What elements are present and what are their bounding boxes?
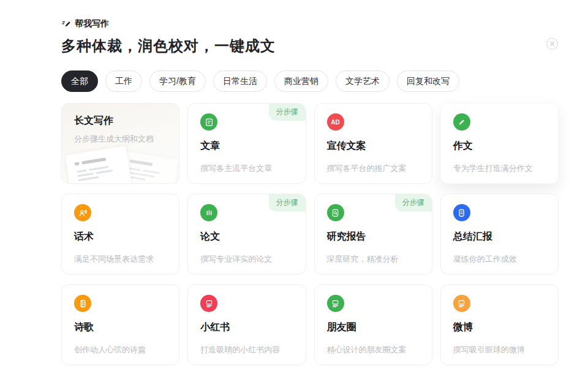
card-title: 诗歌 — [74, 321, 167, 334]
step-badge: 分步骤 — [395, 194, 432, 211]
card-subtitle: 撰写吸引眼球的微博 — [453, 344, 525, 355]
card-poetry[interactable]: 诗歌 创作动人心弦的诗篇 — [61, 284, 179, 365]
card-promo-copy[interactable]: AD 宣传文案 撰写各平台的推广文案 — [314, 103, 432, 184]
document-stack-illustration — [62, 144, 179, 183]
card-title: 小红书 — [200, 321, 293, 334]
tab-literature-art[interactable]: 文学艺术 — [336, 70, 390, 92]
pencil-icon — [453, 113, 470, 131]
card-weibo[interactable]: 微博 撰写吸引眼球的微博 — [440, 284, 559, 365]
image-text-icon — [453, 295, 470, 312]
card-title: 宣传文案 — [327, 140, 420, 153]
card-title: 朋友圈 — [327, 321, 420, 334]
card-subtitle: 精心设计的朋友圈文案 — [327, 344, 407, 355]
writing-type-grid: 长文写作 分步骤生成大纲和文档 — [61, 103, 559, 365]
tab-daily-life[interactable]: 日常生活 — [213, 70, 267, 92]
books-icon — [200, 204, 217, 221]
card-title: 作文 — [453, 140, 546, 153]
card-subtitle: 撰写各主流平台文章 — [200, 163, 272, 174]
close-button[interactable] — [546, 37, 559, 50]
card-summary-report[interactable]: 总结汇报 凝练你的工作成效 — [440, 194, 559, 275]
step-badge: 分步骤 — [269, 104, 306, 121]
card-subtitle: 打造吸睛的小红书内容 — [200, 344, 280, 355]
card-subtitle: 专为学生打造满分作文 — [453, 163, 533, 174]
card-subtitle: 满足不同场景表达需求 — [74, 254, 154, 265]
category-filter-tabs: 全部 工作 学习/教育 日常生活 商业营销 文学艺术 回复和改写 — [61, 70, 559, 92]
clipboard-icon — [453, 204, 470, 221]
pen-icon — [61, 19, 71, 29]
card-subtitle: 凝练你的工作成效 — [453, 254, 517, 265]
card-essay[interactable]: 作文 专为学生打造满分作文 — [440, 103, 559, 184]
card-subtitle: 撰写各平台的推广文案 — [327, 163, 407, 174]
card-title: 长文写作 — [74, 115, 167, 127]
card-subtitle: 创作动人心弦的诗篇 — [74, 344, 146, 355]
card-article[interactable]: 分步骤 文章 撰写各主流平台文章 — [187, 103, 306, 184]
step-badge: 分步骤 — [269, 194, 306, 211]
card-subtitle: 分步骤生成大纲和文档 — [74, 134, 167, 145]
card-title: 微博 — [453, 321, 546, 334]
card-research-report[interactable]: 分步骤 研究报告 深度研究，精准分析 — [314, 194, 432, 275]
card-moments[interactable]: 朋友圈 精心设计的朋友圈文案 — [314, 284, 432, 365]
page-title: 多种体裁，润色校对，一键成文 — [61, 36, 276, 56]
card-title: 总结汇报 — [453, 230, 546, 243]
tab-all[interactable]: 全部 — [61, 70, 98, 92]
app-label-text: 帮我写作 — [75, 18, 109, 29]
card-long-writing[interactable]: 长文写作 分步骤生成大纲和文档 — [61, 103, 179, 184]
help-me-write-panel: 帮我写作 多种体裁，润色校对，一键成文 全部 工作 学习/教育 日常生活 商业营… — [0, 0, 588, 372]
card-title: 研究报告 — [327, 230, 420, 243]
tab-study-education[interactable]: 学习/教育 — [149, 70, 206, 92]
image-text-icon — [200, 295, 217, 312]
tab-marketing[interactable]: 商业营销 — [274, 70, 328, 92]
card-xiaohongshu[interactable]: 小红书 打造吸睛的小红书内容 — [187, 284, 306, 365]
tab-reply-rewrite[interactable]: 回复和改写 — [397, 70, 459, 92]
image-text-icon — [327, 295, 344, 312]
card-talk-script[interactable]: 话术 满足不同场景表达需求 — [61, 194, 179, 275]
report-search-icon — [327, 204, 344, 221]
person-speaking-icon — [74, 204, 91, 221]
card-title: 论文 — [200, 230, 293, 243]
card-subtitle: 撰写专业详实的论文 — [200, 254, 272, 265]
card-title: 文章 — [200, 140, 293, 153]
card-thesis[interactable]: 分步骤 论文 撰写专业详实的论文 — [187, 194, 306, 275]
close-icon — [546, 42, 559, 52]
app-label: 帮我写作 — [61, 18, 559, 29]
article-icon — [200, 113, 217, 131]
card-subtitle: 深度研究，精准分析 — [327, 254, 399, 265]
ad-icon: AD — [327, 113, 344, 131]
tab-work[interactable]: 工作 — [105, 70, 142, 92]
scroll-icon — [74, 295, 91, 312]
card-title: 话术 — [74, 230, 167, 243]
